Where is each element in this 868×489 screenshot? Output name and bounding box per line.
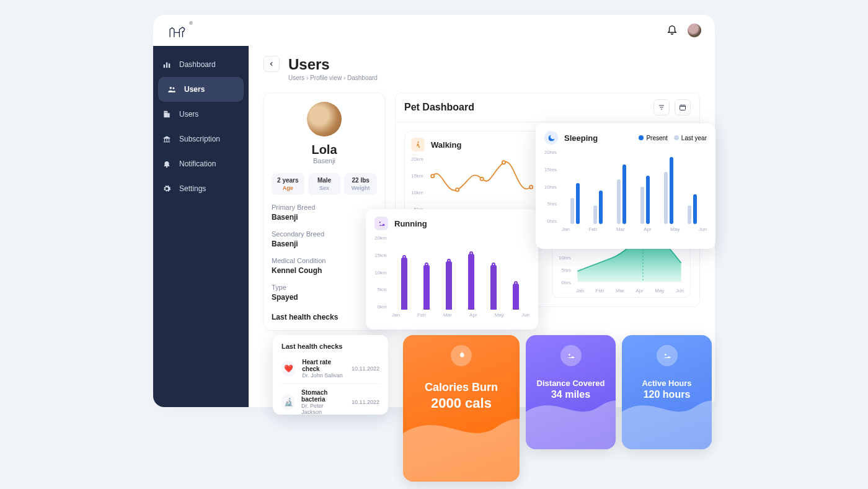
field-label: Medical Condition [272,257,377,264]
svg-rect-9 [164,138,165,141]
sidebar-item-label: Dashboard [179,60,216,69]
svg-rect-11 [169,138,169,141]
svg-point-19 [502,161,505,164]
svg-point-20 [529,186,533,189]
topbar: ® [153,15,715,46]
sidebar-item-label: Users [184,85,205,94]
pet-breed: Basenji [272,157,377,164]
stat-label: Calories Burn [403,381,520,394]
running-bar [446,261,452,310]
field-label: Secondary Breed [272,230,377,238]
svg-rect-14 [680,105,686,110]
sleeping-card: Sleeping Present Last year 20hrs15hrs10h… [536,123,715,249]
bank-icon [162,134,172,144]
pet-chip-sex: MaleSex [308,173,341,195]
sleeping-bar-group [640,150,650,224]
running-bar [423,265,430,310]
walking-title: Walking [431,140,461,150]
svg-rect-12 [164,141,170,142]
last-health-checks-label: Last health checks [272,313,377,321]
svg-point-17 [455,188,458,191]
pet-chip-age: 2 yearsAge [272,173,304,195]
user-avatar[interactable] [688,24,701,37]
sidebar-item-label: Settings [179,184,206,193]
sidebar-item-settings[interactable]: Settings [153,176,249,201]
sleeping-icon [544,131,558,145]
dashboard-icon [162,60,172,70]
sleeping-bar-group [570,150,580,224]
field-label: Type [272,284,377,291]
page-title: Users [288,56,378,73]
legend-present: Present [639,135,667,141]
sidebar-item-subscription[interactable]: Subscription [153,127,249,151]
bell-icon [162,159,172,169]
sidebar-item-users[interactable]: Users [153,102,249,127]
flame-icon [451,345,472,366]
sleeping-bar-group [593,150,603,224]
sidebar-item-label: Notification [179,159,216,168]
running-title: Running [394,219,427,228]
org-icon [162,109,172,119]
svg-rect-8 [166,112,167,113]
gear-icon [162,184,172,194]
health-checks-card: Last health checks ❤️Heart rate checkDr.… [273,335,388,415]
svg-rect-10 [166,138,167,141]
svg-point-16 [431,174,434,177]
dog-icon [657,345,678,366]
pet-name: Lola [272,143,377,157]
svg-point-23 [379,222,380,223]
running-icon [374,217,388,230]
sleeping-bar-group [688,150,697,224]
walking-chart [427,156,536,212]
svg-point-25 [665,354,666,356]
stat-distance-covered[interactable]: Distance Covered34 miles [526,335,616,449]
svg-rect-7 [165,112,166,113]
field-value: Kennel Cough [272,266,377,275]
svg-point-15 [417,141,418,143]
users-icon [167,84,177,94]
pet-avatar [307,102,342,137]
field-value: Spayed [272,293,377,302]
running-bar [490,265,497,310]
svg-rect-2 [169,63,170,68]
stats-row: Calories Burn2000 calsDistance Covered34… [403,335,712,482]
running-bar [468,254,474,310]
svg-point-4 [172,87,174,89]
sidebar-item-dashboard[interactable]: Dashboard [153,52,249,77]
pet-chip-weight: 22 lbsWeight [344,173,377,195]
svg-point-24 [569,354,570,356]
field-value: Basenji [272,240,377,248]
svg-rect-6 [167,113,170,117]
filter-button[interactable] [653,99,670,115]
svg-point-3 [170,87,172,89]
health-icon: 🔬 [281,394,295,410]
stat-active-hours[interactable]: Active Hours120 hours [622,335,712,449]
running-bar [401,258,407,310]
sleeping-title: Sleeping [564,133,598,143]
svg-point-13 [166,166,167,168]
calendar-button[interactable] [675,99,691,115]
brand-logo: ® [167,22,192,38]
health-checks-title: Last health checks [281,343,379,350]
field-value: Basenji [272,213,377,222]
stat-calories-burn[interactable]: Calories Burn2000 cals [403,335,520,482]
sidebar: DashboardUsersUsersSubscriptionNotificat… [153,46,249,407]
sidebar-item-label: Users [179,110,198,119]
running-card: Running 20km15km10km5km0km JanFebMarAprM… [366,209,538,330]
sidebar-item-users[interactable]: Users [158,77,244,102]
svg-rect-0 [164,65,165,68]
health-check-item[interactable]: 🔬Stomach bacteriaDr. Peter Jackson10.11.… [281,384,379,420]
dog-icon [560,345,582,366]
sidebar-item-notification[interactable]: Notification [153,151,249,176]
health-check-item[interactable]: ❤️Heart rate checkDr. John Salivan10.11.… [281,354,379,384]
svg-point-18 [480,177,483,181]
sleeping-bar-group [617,150,626,224]
svg-rect-5 [164,111,167,118]
back-button[interactable] [264,56,280,72]
sidebar-item-label: Subscription [179,135,220,143]
walking-icon [411,138,425,151]
sleeping-bar-group [664,150,673,224]
legend-lastyear: Last year [674,135,707,141]
notification-icon[interactable] [666,24,678,37]
health-icon: ❤️ [281,361,296,377]
